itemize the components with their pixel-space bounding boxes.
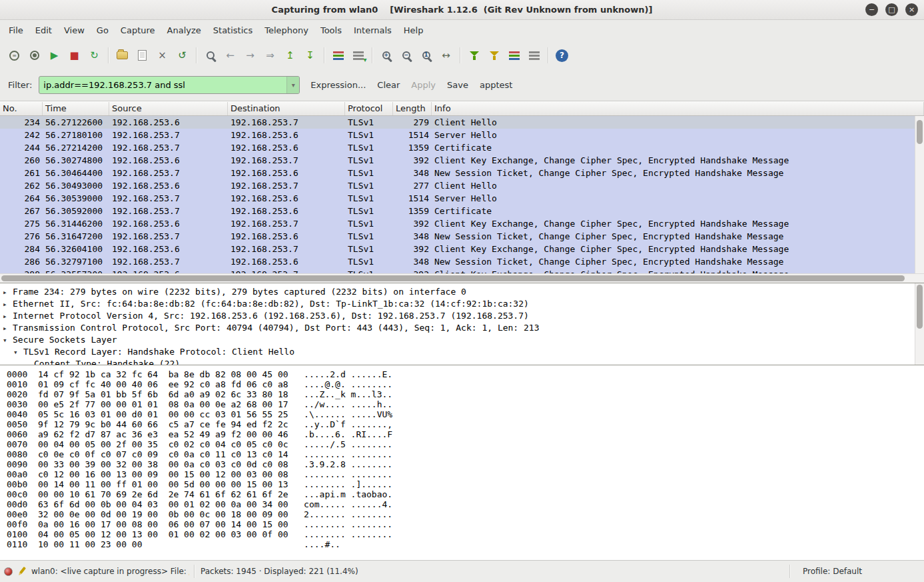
hex-line[interactable]: 0090 00 33 00 39 00 32 00 38 00 0a c0 03… bbox=[7, 459, 924, 469]
zoom-out-icon[interactable]: − bbox=[397, 47, 415, 65]
packet-list-hscrollbar[interactable] bbox=[0, 273, 924, 283]
detail-line[interactable]: ▸Transmission Control Protocol, Src Port… bbox=[0, 322, 915, 334]
close-file-icon[interactable]: × bbox=[153, 47, 171, 65]
go-to-top-icon[interactable]: ↥ bbox=[281, 47, 299, 65]
details-scrollbar-thumb[interactable] bbox=[917, 285, 923, 329]
save-filter-button[interactable]: Save bbox=[447, 80, 468, 90]
detail-line[interactable]: ▸Internet Protocol Version 4, Src: 192.1… bbox=[0, 310, 915, 322]
hex-line[interactable]: 00d0 63 6f 6d 00 0b 00 04 03 00 01 02 00… bbox=[7, 499, 924, 509]
hex-line[interactable]: 0080 c0 0e c0 0f c0 07 c0 09 c0 0a c0 11… bbox=[7, 449, 924, 459]
menu-view[interactable]: View bbox=[58, 20, 91, 41]
filter-input[interactable] bbox=[39, 77, 286, 93]
go-back-icon[interactable]: ← bbox=[221, 47, 239, 65]
go-to-bottom-icon[interactable]: ↧ bbox=[301, 47, 319, 65]
hex-line[interactable]: 0050 9f 12 79 9c b0 44 60 66 c5 a7 ce fe… bbox=[7, 419, 924, 429]
collapse-icon[interactable]: ▾ bbox=[13, 347, 23, 359]
column-header-destination[interactable]: Destination bbox=[228, 102, 345, 115]
start-capture-icon[interactable]: ▶ bbox=[45, 47, 63, 65]
packet-row[interactable]: 26156.30464400192.168.253.7192.168.253.6… bbox=[0, 167, 915, 179]
find-packet-icon[interactable] bbox=[201, 47, 219, 65]
packet-row[interactable]: 27656.31647200192.168.253.7192.168.253.6… bbox=[0, 230, 915, 243]
packet-row[interactable]: 24456.27214200192.168.253.7192.168.253.6… bbox=[0, 141, 915, 154]
preferences-icon[interactable] bbox=[525, 47, 543, 65]
hex-line[interactable]: 0030 00 e5 2f 77 00 00 01 01 08 0a 00 0e… bbox=[7, 399, 924, 409]
apptest-button[interactable]: apptest bbox=[480, 80, 512, 90]
column-header-time[interactable]: Time bbox=[43, 102, 109, 115]
expand-icon[interactable]: ▸ bbox=[3, 323, 13, 335]
expression-button[interactable]: Expression... bbox=[310, 80, 366, 90]
resize-columns-icon[interactable]: ↔ bbox=[437, 47, 455, 65]
minimize-button[interactable]: − bbox=[865, 3, 878, 16]
display-filters-icon[interactable] bbox=[485, 47, 503, 65]
column-header-info[interactable]: Info bbox=[432, 102, 924, 115]
hex-line[interactable]: 0060 a9 62 f2 d7 87 ac 36 e3 ea 52 49 a9… bbox=[7, 429, 924, 439]
restart-capture-icon[interactable]: ↻ bbox=[85, 47, 103, 65]
expand-icon[interactable]: ▸ bbox=[3, 299, 13, 311]
hex-line[interactable]: 00b0 00 14 00 11 00 ff 01 00 00 5d 00 00… bbox=[7, 479, 924, 489]
hex-line[interactable]: 00f0 0a 00 16 00 17 00 08 00 06 00 07 00… bbox=[7, 519, 924, 529]
detail-line[interactable]: ▸Ethernet II, Src: fc:64:ba:8e:db:82 (fc… bbox=[0, 298, 915, 310]
open-file-icon[interactable] bbox=[113, 47, 131, 65]
maximize-button[interactable]: □ bbox=[885, 3, 898, 16]
packet-row[interactable]: 28856.33557300192.168.253.6192.168.253.7… bbox=[0, 268, 915, 273]
colorize-packets-icon[interactable] bbox=[329, 47, 347, 65]
auto-scroll-icon[interactable]: ▾ bbox=[349, 47, 367, 65]
packet-row[interactable]: 26056.30274800192.168.253.6192.168.253.7… bbox=[0, 154, 915, 167]
collapse-icon[interactable]: ▾ bbox=[3, 335, 13, 347]
detail-line[interactable]: ▾TLSv1 Record Layer: Handshake Protocol:… bbox=[0, 346, 915, 358]
hex-line[interactable]: 0110 10 00 11 00 23 00 00 ....#.. bbox=[7, 539, 924, 549]
menu-edit[interactable]: Edit bbox=[29, 20, 58, 41]
hex-line[interactable]: 0020 fd 07 9f 5a 01 bb 5f 6b 6d a0 a9 02… bbox=[7, 389, 924, 399]
go-to-packet-icon[interactable]: ⇒ bbox=[261, 47, 279, 65]
packet-row[interactable]: 24256.27180100192.168.253.7192.168.253.6… bbox=[0, 129, 915, 141]
packet-list-scrollbar[interactable] bbox=[915, 116, 924, 273]
menu-telephony[interactable]: Telephony bbox=[258, 20, 314, 41]
packet-list-hscrollbar-thumb[interactable] bbox=[1, 275, 905, 281]
packet-row[interactable]: 27556.31446200192.168.253.6192.168.253.7… bbox=[0, 217, 915, 230]
hex-line[interactable]: 0000 14 cf 92 1b ca 32 fc 64 ba 8e db 82… bbox=[7, 369, 924, 379]
packet-row[interactable]: 28656.32797100192.168.253.7192.168.253.6… bbox=[0, 255, 915, 268]
packet-list-scrollbar-thumb[interactable] bbox=[917, 120, 923, 144]
menu-go[interactable]: Go bbox=[91, 20, 115, 41]
expand-icon[interactable]: ▸ bbox=[3, 287, 13, 299]
titlebar[interactable]: Capturing from wlan0 [Wireshark 1.12.6 (… bbox=[0, 0, 924, 20]
menu-capture[interactable]: Capture bbox=[115, 20, 161, 41]
close-button[interactable]: × bbox=[905, 3, 918, 16]
expert-info-icon[interactable] bbox=[4, 567, 13, 576]
stop-capture-icon[interactable]: ■ bbox=[65, 47, 83, 65]
menu-tools[interactable]: Tools bbox=[314, 20, 348, 41]
menu-analyze[interactable]: Analyze bbox=[161, 20, 207, 41]
hex-line[interactable]: 0100 04 00 05 00 12 00 13 00 01 00 02 00… bbox=[7, 529, 924, 539]
filter-dropdown-icon[interactable]: ▾ bbox=[286, 77, 299, 93]
zoom-in-icon[interactable]: + bbox=[377, 47, 395, 65]
packet-row[interactable]: 26456.30539000192.168.253.7192.168.253.6… bbox=[0, 192, 915, 205]
apply-button[interactable]: Apply bbox=[411, 80, 436, 90]
expand-icon[interactable]: ▸ bbox=[3, 311, 13, 323]
column-header-source[interactable]: Source bbox=[109, 102, 228, 115]
list-interfaces-icon[interactable]: ≡ bbox=[5, 47, 23, 65]
profile-text[interactable]: Profile: Default bbox=[795, 567, 920, 576]
hex-line[interactable]: 00a0 c0 12 00 16 00 13 00 09 00 15 00 12… bbox=[7, 469, 924, 479]
reload-file-icon[interactable]: ↺ bbox=[173, 47, 191, 65]
menu-statistics[interactable]: Statistics bbox=[207, 20, 258, 41]
column-header-protocol[interactable]: Protocol bbox=[345, 102, 393, 115]
hex-line[interactable]: 00c0 00 00 10 61 70 69 2e 6d 2e 74 61 6f… bbox=[7, 489, 924, 499]
hex-line[interactable]: 0010 01 09 cf fc 40 00 40 06 ee 92 c0 a8… bbox=[7, 379, 924, 389]
hex-line[interactable]: 0070 00 04 00 05 00 2f 00 35 c0 02 c0 04… bbox=[7, 439, 924, 449]
menu-help[interactable]: Help bbox=[398, 20, 430, 41]
details-scrollbar[interactable] bbox=[915, 283, 924, 365]
column-header-length[interactable]: Length bbox=[393, 102, 432, 115]
packet-row[interactable]: 26756.30592000192.168.253.7192.168.253.6… bbox=[0, 205, 915, 217]
detail-line[interactable]: ▾Secure Sockets Layer bbox=[0, 334, 915, 346]
column-header-no[interactable]: No. bbox=[0, 102, 43, 115]
hex-line[interactable]: 00e0 32 00 0e 00 0d 00 19 00 0b 00 0c 00… bbox=[7, 509, 924, 519]
detail-line[interactable]: Content Type: Handshake (22) bbox=[0, 358, 915, 365]
capture-filters-icon[interactable] bbox=[465, 47, 483, 65]
capture-options-icon[interactable] bbox=[25, 47, 43, 65]
save-file-icon[interactable] bbox=[133, 47, 151, 65]
packet-row[interactable]: 28456.32604100192.168.253.6192.168.253.7… bbox=[0, 243, 915, 255]
packet-row[interactable]: 23456.27122600192.168.253.6192.168.253.7… bbox=[0, 116, 915, 129]
clear-button[interactable]: Clear bbox=[377, 80, 400, 90]
detail-line[interactable]: ▸Frame 234: 279 bytes on wire (2232 bits… bbox=[0, 286, 915, 298]
capture-comment-icon[interactable] bbox=[17, 566, 27, 577]
